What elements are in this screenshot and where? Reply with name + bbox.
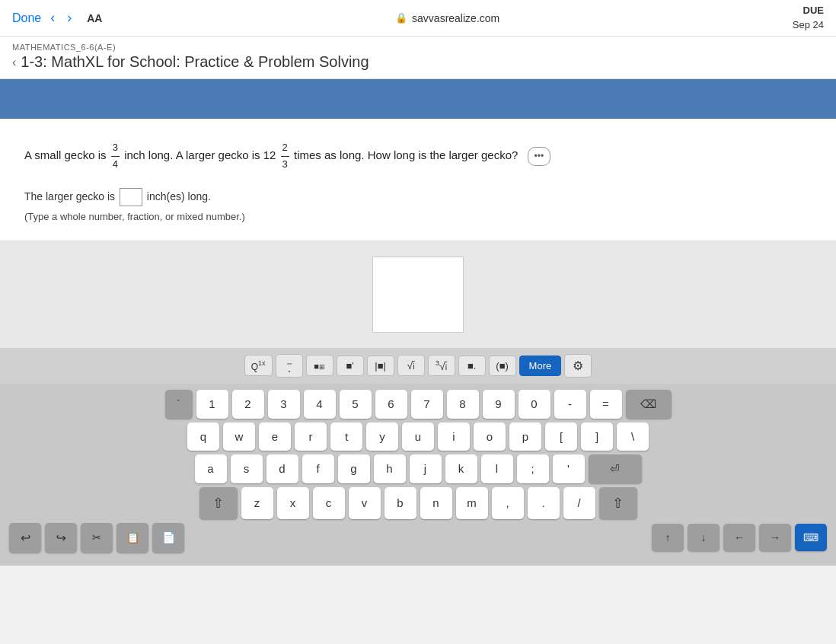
domain-text: savvasrealize.com: [412, 12, 499, 24]
key-rbracket[interactable]: ]: [581, 422, 613, 451]
key-y[interactable]: y: [366, 422, 398, 451]
key-r[interactable]: r: [295, 422, 327, 451]
more-info-button[interactable]: •••: [528, 147, 551, 166]
keyboard-row-zxcv: ⇧ z x c v b n m , . / ⇧: [9, 487, 827, 519]
key-e[interactable]: e: [259, 422, 291, 451]
key-copy[interactable]: 📄: [152, 523, 184, 553]
key-n[interactable]: n: [420, 487, 452, 519]
key-backspace[interactable]: ⌫: [626, 390, 672, 419]
math-work-box[interactable]: [372, 257, 464, 333]
key-l[interactable]: l: [481, 454, 513, 483]
key-j[interactable]: j: [410, 454, 442, 483]
key-b[interactable]: b: [384, 487, 416, 519]
key-1[interactable]: 1: [196, 390, 228, 419]
key-w[interactable]: w: [223, 422, 255, 451]
key-c[interactable]: c: [313, 487, 345, 519]
key-0[interactable]: 0: [519, 390, 550, 419]
key-minus[interactable]: -: [554, 390, 586, 419]
key-o[interactable]: o: [474, 422, 506, 451]
due-date: Sep 24: [793, 18, 824, 32]
keyboard-row-bottom: ↩ ↩ ✂ 📋 📄 ↑ ↓ ← → ⌨: [9, 523, 827, 553]
key-4[interactable]: 4: [304, 390, 336, 419]
key-h[interactable]: h: [374, 454, 406, 483]
answer-prefix: The larger gecko is: [24, 190, 115, 202]
key-slash[interactable]: /: [563, 487, 595, 519]
answer-suffix: inch(es) long.: [147, 190, 211, 202]
forward-arrow-icon[interactable]: ›: [64, 10, 75, 26]
settings-button[interactable]: ⚙: [564, 354, 592, 378]
font-size-button[interactable]: AA: [87, 12, 102, 24]
key-6[interactable]: 6: [375, 390, 407, 419]
question-area: A small gecko is 3 4 inch long. A larger…: [0, 119, 836, 241]
key-arrow-down[interactable]: ↓: [688, 524, 720, 551]
key-quote[interactable]: ': [553, 454, 585, 483]
key-m[interactable]: m: [456, 487, 488, 519]
key-period[interactable]: .: [528, 487, 560, 519]
key-9[interactable]: 9: [483, 390, 515, 419]
absolute-value-btn[interactable]: |■|: [367, 355, 394, 376]
math-toolbar: Q1x ⁻̣ ■⊞ ■' |■| √i 3√i ■. (■) More ⚙: [0, 348, 836, 384]
key-q[interactable]: q: [187, 422, 219, 451]
done-button[interactable]: Done: [12, 11, 41, 25]
more-math-button[interactable]: More: [519, 355, 562, 376]
key-f[interactable]: f: [302, 454, 334, 483]
key-backtick[interactable]: `: [165, 390, 193, 419]
back-arrow-icon[interactable]: ‹: [47, 10, 58, 26]
question-prefix: A small gecko is: [24, 148, 107, 161]
key-paste[interactable]: 📋: [116, 523, 148, 553]
fraction-3-4: 3 4: [111, 140, 120, 173]
key-5[interactable]: 5: [340, 390, 372, 419]
key-arrow-right[interactable]: →: [759, 524, 791, 551]
key-comma[interactable]: ,: [492, 487, 524, 519]
keyboard-row-numbers: ` 1 2 3 4 5 6 7 8 9 0 - = ⌫: [9, 390, 827, 419]
prime-btn[interactable]: ■': [337, 355, 364, 376]
key-semicolon[interactable]: ;: [517, 454, 549, 483]
work-area: [0, 241, 836, 348]
cbrt-btn[interactable]: 3√i: [428, 355, 455, 377]
course-label: MATHEMATICS_6-6(A-E): [12, 43, 824, 52]
key-k[interactable]: k: [445, 454, 477, 483]
key-8[interactable]: 8: [447, 390, 479, 419]
key-arrow-up[interactable]: ↑: [652, 524, 684, 551]
key-keyboard-toggle[interactable]: ⌨: [795, 524, 827, 551]
fraction-btn[interactable]: ⁻̣: [276, 354, 303, 378]
key-x[interactable]: x: [277, 487, 309, 519]
key-p[interactable]: p: [509, 422, 541, 451]
top-bar: Done ‹ › AA 🔒 savvasrealize.com DUE Sep …: [0, 0, 836, 37]
answer-input-box[interactable]: [120, 188, 142, 206]
key-3[interactable]: 3: [268, 390, 300, 419]
key-u[interactable]: u: [402, 422, 434, 451]
key-lbracket[interactable]: [: [545, 422, 577, 451]
key-redo[interactable]: ↩: [45, 523, 77, 553]
key-z[interactable]: z: [241, 487, 273, 519]
key-shift-right[interactable]: ⇧: [599, 487, 637, 519]
keyboard-area: ` 1 2 3 4 5 6 7 8 9 0 - = ⌫ q w e r t y …: [0, 384, 836, 566]
keyboard-row-asdf: a s d f g h j k l ; ' ⏎: [9, 454, 827, 483]
question-middle: inch long. A larger gecko is 12: [124, 148, 276, 161]
sqrt-btn[interactable]: √i: [397, 355, 425, 376]
breadcrumb-back-icon[interactable]: ‹: [12, 56, 16, 69]
key-shift-left[interactable]: ⇧: [199, 487, 238, 519]
parentheses-btn[interactable]: (■): [489, 355, 516, 376]
key-undo[interactable]: ↩: [9, 523, 41, 553]
key-equals[interactable]: =: [590, 390, 622, 419]
decimal-btn[interactable]: ■.: [458, 355, 486, 376]
breadcrumb-title-text: 1-3: MathXL for School: Practice & Probl…: [21, 53, 369, 71]
keyboard-row-qwerty: q w e r t y u i o p [ ] \: [9, 422, 827, 451]
key-7[interactable]: 7: [411, 390, 443, 419]
key-t[interactable]: t: [330, 422, 362, 451]
key-2[interactable]: 2: [232, 390, 264, 419]
key-d[interactable]: d: [266, 454, 298, 483]
key-cut[interactable]: ✂: [81, 523, 113, 553]
breadcrumb: MATHEMATICS_6-6(A-E) ‹ 1-3: MathXL for S…: [0, 37, 836, 79]
key-v[interactable]: v: [349, 487, 381, 519]
search-superscript-btn[interactable]: Q1x: [244, 355, 273, 377]
mixed-number-btn[interactable]: ■⊞: [306, 355, 333, 376]
key-arrow-left[interactable]: ←: [723, 524, 755, 551]
key-a[interactable]: a: [195, 454, 227, 483]
key-s[interactable]: s: [231, 454, 263, 483]
key-i[interactable]: i: [438, 422, 470, 451]
key-backslash[interactable]: \: [617, 422, 649, 451]
key-enter[interactable]: ⏎: [589, 454, 642, 483]
key-g[interactable]: g: [338, 454, 370, 483]
